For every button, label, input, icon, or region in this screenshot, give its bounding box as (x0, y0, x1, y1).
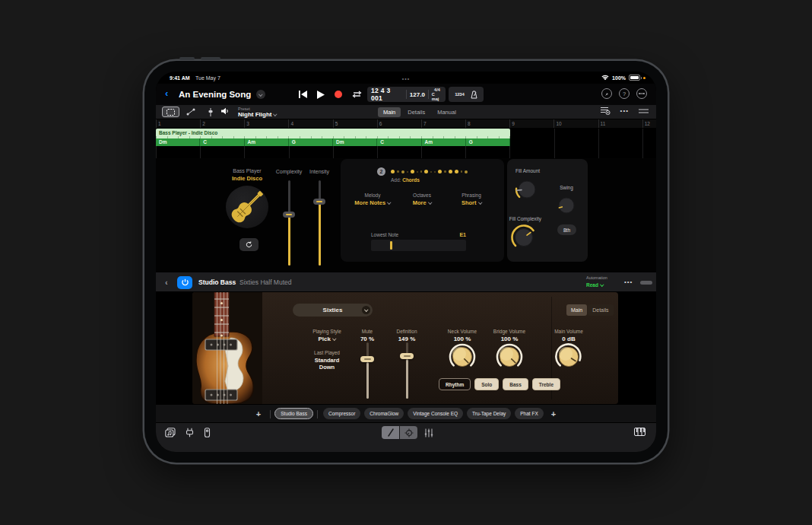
marquee-tool-button[interactable] (162, 107, 179, 117)
tone-button[interactable]: Solo (474, 378, 499, 390)
view-tab[interactable]: Details (402, 107, 430, 117)
add-plugin-button-left[interactable]: + (253, 409, 264, 418)
automation-tool-button[interactable] (182, 107, 199, 117)
intensity-slider-handle[interactable] (313, 199, 325, 205)
add-chords-control[interactable]: Add: Chords (391, 177, 420, 183)
plugin-chain-item[interactable]: Compressor (323, 408, 360, 419)
volume-down-button (201, 57, 220, 60)
regenerate-button[interactable] (239, 238, 259, 251)
ruler-bar-number: 3 (244, 119, 288, 128)
plugin-chain-item[interactable]: Phat FX (515, 408, 543, 419)
plugins-button[interactable] (400, 426, 417, 439)
bass-player-region[interactable]: Bass Player - Indie Disco (156, 129, 510, 138)
player-parameter[interactable]: Phrasing Short (447, 192, 496, 206)
ruler-bar-number: 2 (200, 119, 244, 128)
tone-button[interactable]: Treble (532, 378, 560, 390)
plugin-preset-selector[interactable]: Sixties (293, 304, 373, 317)
bass-guitar-image (192, 292, 262, 404)
multitasking-dots-icon[interactable]: ••• (156, 76, 656, 81)
mixer-button[interactable] (424, 428, 433, 438)
plugin-tab[interactable]: Details (588, 304, 613, 316)
complexity-slider-handle[interactable] (283, 212, 295, 218)
add-plugin-button-right[interactable]: + (548, 409, 559, 418)
help-icon[interactable]: ? (619, 88, 630, 99)
count-in-button[interactable]: 1234 (455, 92, 464, 97)
tone-button[interactable]: Rhythm (439, 378, 471, 390)
minimize-icon[interactable] (636, 88, 647, 99)
player-parameter[interactable]: Octaves More (398, 192, 446, 206)
player-preset-label[interactable]: Indie Disco (209, 175, 285, 182)
play-button[interactable] (317, 91, 325, 99)
swing-knob[interactable] (555, 194, 578, 217)
chord-cell[interactable]: Am (422, 138, 466, 146)
plugin-chain-item[interactable]: Tru-Tape Delay (467, 408, 511, 419)
view-tab[interactable]: Manual (432, 107, 462, 117)
fill-rate-button[interactable]: 8th (557, 224, 576, 235)
chord-cell[interactable]: Dm (156, 138, 200, 146)
chord-cell[interactable]: C (377, 138, 421, 146)
definition-slider[interactable] (406, 342, 408, 399)
back-button[interactable]: ‹ (165, 88, 168, 99)
keyboard-button[interactable] (634, 428, 645, 436)
main-volume-knob[interactable] (553, 342, 584, 372)
neck-volume-knob[interactable] (447, 342, 477, 372)
preset-selector[interactable]: Preset Night Flight (238, 106, 277, 118)
more-options-icon[interactable]: ••• (620, 107, 629, 114)
record-button[interactable] (335, 91, 342, 98)
chord-cell[interactable]: G (289, 138, 333, 146)
lowest-note-slider-handle[interactable] (390, 241, 392, 250)
player-parameter[interactable]: Melody More Notes (348, 192, 397, 206)
cycle-button[interactable] (352, 91, 362, 98)
pattern-dot (397, 170, 399, 173)
fill-complexity-knob[interactable] (509, 223, 538, 252)
editors-button[interactable] (382, 426, 399, 439)
plugin-chain-item[interactable]: ChromaGlow (364, 408, 404, 419)
status-bar: 9:41 AM Tue May 7 ••• 100% (156, 72, 656, 84)
lcd-display[interactable]: 12 4 3 001 127.0 4/4 C maj (367, 87, 446, 102)
chord-cell[interactable]: Dm (333, 138, 377, 146)
plugin-back-button[interactable]: ‹ (165, 278, 168, 287)
pattern-dot (465, 170, 468, 173)
pattern-dot (417, 171, 418, 173)
bar-ruler[interactable]: 123456789101112 (156, 119, 656, 129)
bridge-volume-knob[interactable] (494, 342, 525, 372)
intensity-slider[interactable]: Intensity (297, 169, 342, 174)
plugin-chain-item[interactable]: Studio Bass (274, 408, 313, 419)
plugin-tabs: MainDetails (566, 304, 614, 316)
fill-amount-knob[interactable] (513, 176, 541, 203)
chord-cell[interactable]: Am (245, 138, 289, 146)
chord-cell[interactable]: C (200, 138, 244, 146)
plugin-connector-icon[interactable] (186, 428, 194, 438)
resize-handle-icon[interactable] (639, 109, 649, 113)
lcd-position[interactable]: 12 4 3 001 (367, 87, 406, 102)
plugin-more-options-icon[interactable]: ••• (624, 278, 633, 285)
settings-dial-icon[interactable] (601, 88, 612, 99)
speaker-icon[interactable] (221, 107, 229, 115)
lcd-tempo[interactable]: 127.0 (407, 91, 428, 98)
audio-jack-icon[interactable] (204, 428, 211, 438)
track-power-button[interactable] (177, 276, 192, 289)
track-lane[interactable]: Bass Player - Indie Disco DmCAmGDmCAmG (156, 129, 656, 158)
control-bar: ‹ An Evening Song (156, 84, 656, 105)
metronome-icon[interactable] (471, 91, 477, 99)
mute-slider-handle[interactable] (360, 356, 374, 362)
definition-slider-handle[interactable] (400, 353, 414, 359)
loop-browser-icon[interactable] (165, 428, 176, 438)
lcd-key-signature[interactable]: 4/4 C maj (429, 88, 446, 101)
plugin-tab[interactable]: Main (566, 304, 587, 316)
fader-tool-button[interactable] (201, 107, 219, 117)
plugin-panel-resize-handle[interactable] (640, 281, 652, 285)
plugin-track-name: Studio Bass (198, 278, 236, 286)
automation-mode-control[interactable]: Automation Read (586, 275, 607, 288)
view-tab[interactable]: Main (378, 107, 401, 117)
lowest-note-slider[interactable] (371, 240, 466, 251)
mute-slider[interactable] (366, 342, 369, 399)
project-menu-button[interactable] (256, 90, 265, 99)
chord-cell[interactable]: G (466, 138, 510, 146)
project-title[interactable]: An Evening Song (179, 90, 251, 99)
tone-button[interactable]: Bass (503, 378, 528, 390)
track-display-settings-icon[interactable] (601, 107, 611, 115)
go-to-beginning-button[interactable] (299, 91, 307, 98)
bar-count-badge[interactable]: 2 (377, 167, 385, 176)
plugin-chain-item[interactable]: Vintage Console EQ (408, 408, 463, 419)
